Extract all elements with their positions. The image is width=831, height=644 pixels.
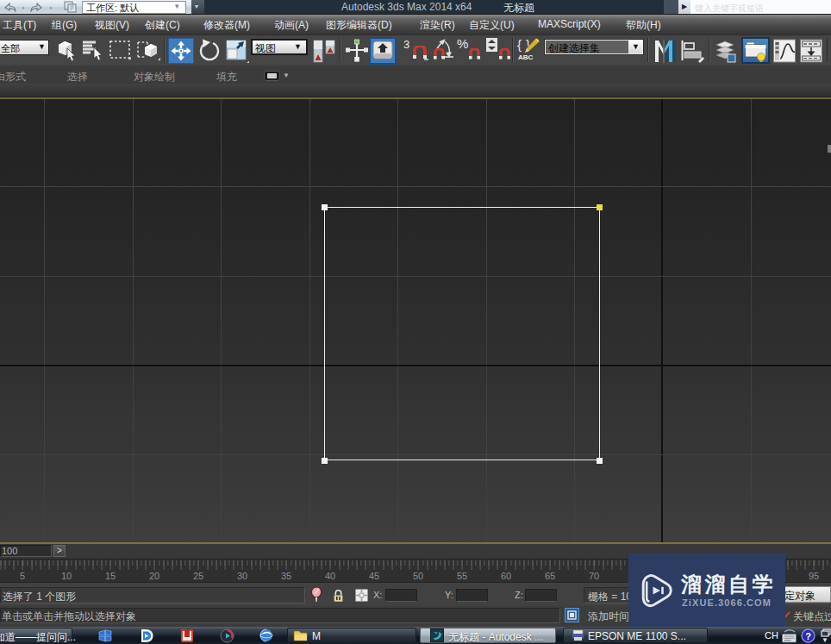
svg-text:?: ? [805,631,811,641]
